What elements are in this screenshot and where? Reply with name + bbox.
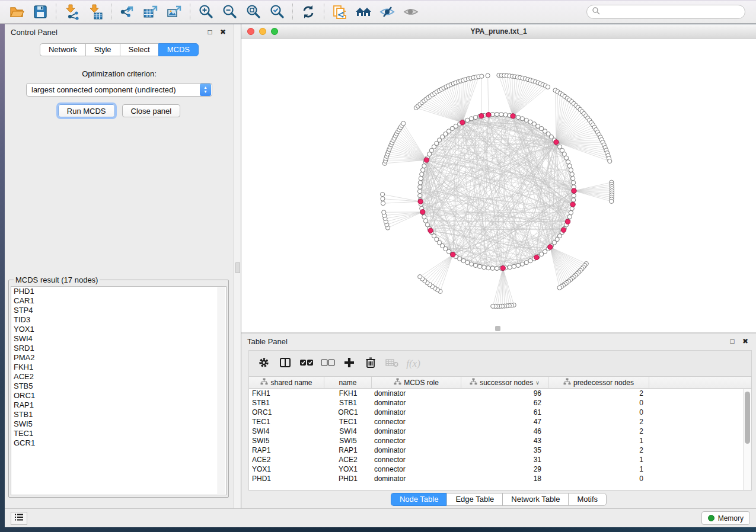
table-cell[interactable]: dominator: [372, 427, 461, 436]
table-row[interactable]: SWI4SWI4dominator462: [249, 427, 751, 436]
mcds-hub-node[interactable]: [460, 120, 465, 125]
tab-network[interactable]: Network: [40, 43, 85, 56]
table-cell[interactable]: STB1: [324, 398, 372, 408]
network-leaf-node[interactable]: [557, 286, 562, 290]
tab-style[interactable]: Style: [85, 43, 120, 56]
first-neighbors-button[interactable]: [352, 2, 375, 21]
zoom-fit-button[interactable]: [241, 2, 265, 21]
mcds-result-item[interactable]: GCR1: [11, 438, 226, 448]
mcds-hub-node[interactable]: [486, 113, 491, 117]
close-table-panel-button[interactable]: ✖: [741, 336, 750, 346]
network-node[interactable]: [569, 210, 573, 214]
table-cell[interactable]: 1: [548, 436, 649, 446]
show-panels-button[interactable]: [11, 512, 27, 525]
show-column-panel-button[interactable]: [276, 355, 294, 373]
import-table-button[interactable]: [84, 2, 107, 21]
table-cell[interactable]: PHD1: [249, 474, 324, 483]
network-node[interactable]: [465, 261, 470, 265]
table-cell[interactable]: FKH1: [324, 389, 372, 398]
table-row[interactable]: STB1STB1dominator620: [249, 398, 751, 408]
network-leaf-node[interactable]: [486, 73, 490, 78]
network-node[interactable]: [571, 177, 575, 181]
table-cell[interactable]: FKH1: [249, 389, 324, 398]
mcds-result-item[interactable]: PHD1: [11, 287, 226, 296]
delete-column-button[interactable]: [362, 355, 379, 373]
network-node[interactable]: [572, 181, 576, 185]
mcds-hub-node[interactable]: [500, 265, 505, 270]
network-node[interactable]: [567, 214, 572, 219]
mcds-list-scrollbar[interactable]: [218, 287, 225, 494]
network-leaf-node[interactable]: [480, 74, 484, 78]
table-cell[interactable]: 2: [548, 427, 649, 436]
create-column-button[interactable]: [340, 355, 358, 373]
network-node[interactable]: [469, 262, 473, 266]
network-node[interactable]: [512, 264, 516, 268]
table-cell[interactable]: YOX1: [324, 464, 372, 474]
table-cell[interactable]: dominator: [372, 474, 461, 483]
table-cell[interactable]: 29: [461, 464, 548, 474]
network-node[interactable]: [572, 198, 576, 202]
mcds-hub-node[interactable]: [451, 252, 455, 257]
mcds-hub-node[interactable]: [420, 210, 425, 214]
table-cell[interactable]: 43: [461, 436, 548, 446]
table-cell[interactable]: SWI5: [249, 436, 324, 446]
mcds-result-item[interactable]: TEC1: [11, 429, 226, 438]
table-cell[interactable]: 0: [548, 474, 649, 483]
table-row[interactable]: ORC1ORC1dominator610: [249, 408, 751, 417]
table-cell[interactable]: SWI4: [249, 427, 324, 436]
network-node[interactable]: [422, 214, 426, 219]
mcds-result-item[interactable]: STB5: [11, 382, 226, 391]
table-cell[interactable]: connector: [372, 417, 461, 427]
search-input[interactable]: [600, 6, 745, 18]
mcds-hub-node[interactable]: [570, 202, 575, 207]
network-node[interactable]: [420, 172, 424, 176]
table-cell[interactable]: 47: [461, 417, 548, 427]
network-node[interactable]: [564, 156, 569, 160]
network-node[interactable]: [486, 266, 490, 270]
table-row[interactable]: SWI5SWI5connector431: [249, 436, 751, 446]
mcds-hub-node[interactable]: [572, 188, 576, 193]
column-header-successor-nodes[interactable]: successor nodes∨: [461, 377, 548, 388]
network-node[interactable]: [524, 118, 528, 122]
network-node[interactable]: [572, 194, 576, 198]
table-cell[interactable]: 2: [548, 417, 649, 427]
network-node[interactable]: [490, 266, 495, 270]
network-node[interactable]: [482, 265, 486, 270]
table-cell[interactable]: dominator: [372, 389, 461, 398]
network-leaf-node[interactable]: [380, 192, 384, 196]
table-cell[interactable]: TEC1: [249, 417, 324, 427]
mcds-hub-node[interactable]: [565, 219, 570, 224]
memory-indicator-button[interactable]: Memory: [701, 511, 750, 525]
table-cell[interactable]: YOX1: [249, 464, 324, 474]
network-node[interactable]: [516, 263, 520, 267]
share-document-button[interactable]: [328, 2, 352, 21]
column-header-shared-name[interactable]: shared name: [249, 377, 324, 388]
vertical-splitter[interactable]: [234, 24, 241, 508]
network-node[interactable]: [499, 113, 503, 117]
tab-edge-table[interactable]: Edge Table: [446, 493, 502, 506]
criterion-select[interactable]: largest connected component (undirected)…: [26, 83, 212, 97]
clear-table-button[interactable]: [383, 355, 401, 373]
zoom-in-button[interactable]: [194, 2, 218, 21]
mcds-hub-node[interactable]: [418, 199, 423, 204]
network-node[interactable]: [420, 168, 425, 172]
mcds-result-item[interactable]: ACE2: [11, 372, 226, 382]
mcds-hub-node[interactable]: [479, 113, 484, 118]
network-node[interactable]: [520, 117, 524, 121]
mcds-result-item[interactable]: SWI4: [11, 334, 226, 344]
open-file-button[interactable]: [5, 2, 28, 21]
table-row[interactable]: ACE2ACE2connector311: [249, 455, 751, 464]
network-leaf-node[interactable]: [381, 197, 385, 201]
table-cell[interactable]: 1: [548, 455, 649, 464]
mcds-hub-node[interactable]: [428, 228, 433, 233]
table-cell[interactable]: connector: [372, 455, 461, 464]
table-cell[interactable]: TEC1: [324, 417, 372, 427]
table-cell[interactable]: 35: [461, 446, 548, 455]
tab-motifs[interactable]: Motifs: [568, 493, 607, 506]
network-node[interactable]: [418, 194, 422, 198]
mcds-result-item[interactable]: SRD1: [11, 344, 226, 353]
network-node[interactable]: [425, 223, 429, 227]
network-node[interactable]: [520, 262, 524, 266]
mcds-result-item[interactable]: CAR1: [11, 296, 226, 306]
network-leaf-node[interactable]: [610, 199, 614, 203]
